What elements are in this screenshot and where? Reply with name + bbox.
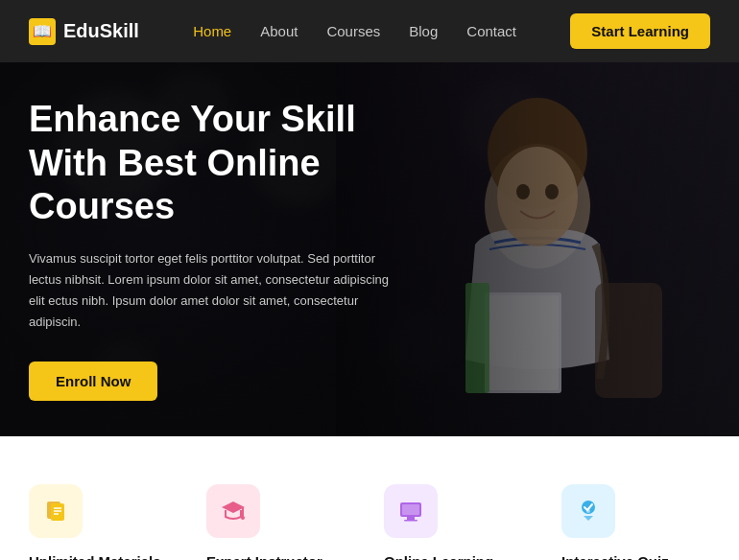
expert-instructor-title: Expert Instructor [206, 553, 322, 560]
nav-item-contact[interactable]: Contact [466, 23, 516, 40]
nav-link-about[interactable]: About [260, 23, 298, 39]
nav-link-courses[interactable]: Courses [326, 23, 380, 39]
svg-rect-10 [51, 503, 64, 521]
svg-point-15 [241, 516, 245, 520]
nav-item-about[interactable]: About [260, 23, 298, 40]
nav-item-courses[interactable]: Courses [326, 23, 380, 40]
nav-item-blog[interactable]: Blog [409, 23, 438, 40]
online-learning-icon [384, 484, 438, 538]
svg-point-21 [586, 509, 590, 513]
logo-icon: 📖 [29, 18, 56, 45]
hero-title: Enhance Your Skill With Best Online Cour… [29, 98, 432, 229]
expert-instructor-icon [206, 484, 260, 538]
interactive-quiz-icon [561, 484, 615, 538]
svg-rect-17 [402, 504, 419, 515]
svg-rect-19 [404, 520, 417, 522]
online-learning-title: Online Learning [384, 553, 493, 560]
feature-card-expert-instructor: Expert Instructor Suscipit tortor eget f… [206, 484, 355, 560]
unlimited-materials-icon [29, 484, 83, 538]
navbar: 📖 EduSkill Home About Courses Blog Conta… [0, 0, 739, 62]
nav-item-home[interactable]: Home [193, 23, 231, 40]
hero-content: Enhance Your Skill With Best Online Cour… [29, 98, 432, 401]
unlimited-materials-title: Unlimited Materials [29, 553, 161, 560]
logo[interactable]: 📖 EduSkill [29, 18, 139, 45]
interactive-quiz-title: Interactive Quiz [561, 553, 669, 560]
nav-link-home[interactable]: Home [193, 23, 231, 39]
feature-card-interactive-quiz: Interactive Quiz Eget felis porttitor vo… [561, 484, 710, 560]
hero-description: Vivamus suscipit tortor eget felis portt… [29, 248, 393, 333]
nav-links: Home About Courses Blog Contact [193, 23, 516, 40]
nav-link-contact[interactable]: Contact [466, 23, 516, 39]
feature-card-unlimited-materials: Unlimited Materials Vivamus suscipit tor… [29, 484, 178, 560]
start-learning-button[interactable]: Start Learning [570, 13, 710, 49]
feature-card-online-learning: Online Learning Tortor eget felis portti… [384, 484, 533, 560]
features-section: Unlimited Materials Vivamus suscipit tor… [0, 436, 739, 560]
brand-name: EduSkill [63, 20, 139, 42]
svg-rect-18 [407, 517, 415, 520]
hero-section: Enhance Your Skill With Best Online Cour… [0, 62, 739, 436]
enroll-now-button[interactable]: Enroll Now [29, 362, 157, 401]
nav-link-blog[interactable]: Blog [409, 23, 438, 39]
